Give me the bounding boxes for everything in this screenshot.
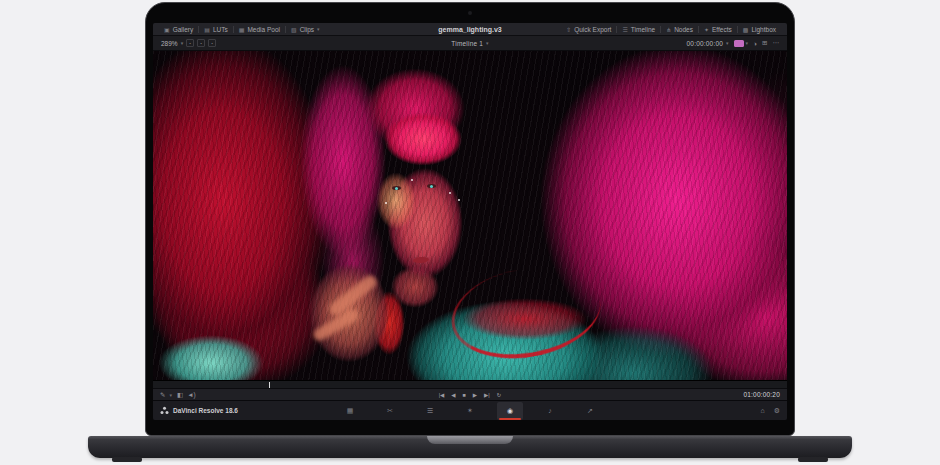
laptop-lid: ▣ Gallery ▤ LUTs ▦ Media Pool ▧ Clips ▾ bbox=[145, 2, 795, 436]
media-pool-icon: ▦ bbox=[239, 26, 245, 33]
speaker-icon[interactable]: ◄) bbox=[187, 391, 196, 398]
lightbox-button[interactable]: ▩ Lightbox bbox=[738, 26, 781, 33]
webcam-dot bbox=[468, 11, 472, 15]
timeline-view-label: Timeline bbox=[631, 26, 655, 33]
project-title: gemma_lighting.v3 bbox=[438, 26, 501, 33]
app-name-label: DaVinci Resolve 18.6 bbox=[173, 407, 238, 414]
tab-cut[interactable]: ✂ bbox=[377, 402, 403, 420]
quick-export-button[interactable]: ⇧ Quick Export bbox=[561, 26, 616, 33]
viewer-header-right: 00:00:00:00 ▾ ▾ ◑ ⊞ ⋯ bbox=[687, 36, 779, 50]
page-tabs: ▦ ✂ ☰ ✶ ◉ ♪ ↗ bbox=[337, 402, 603, 420]
cut-page-icon: ✂ bbox=[387, 407, 393, 415]
effects-button[interactable]: ✦ Effects bbox=[699, 26, 737, 33]
chevron-down-icon: ▾ bbox=[181, 40, 184, 46]
viewer-option-toggle[interactable]: ▪ bbox=[186, 39, 194, 47]
clips-icon: ▧ bbox=[291, 26, 297, 33]
expand-viewer-icon[interactable]: ⊞ bbox=[762, 39, 767, 47]
red-chain-necklace bbox=[444, 257, 607, 370]
toolbar-right-group: ⇧ Quick Export ☰ Timeline ⋔ Nodes ✦ Effe… bbox=[561, 23, 781, 35]
davinci-resolve-window: ▣ Gallery ▤ LUTs ▦ Media Pool ▧ Clips ▾ bbox=[153, 23, 787, 420]
davinci-resolve-logo bbox=[160, 406, 169, 415]
effects-icon: ✦ bbox=[704, 26, 709, 33]
viewer-option-toggle[interactable]: ▪ bbox=[197, 39, 205, 47]
laptop-foot bbox=[112, 457, 142, 462]
annotate-tool-icon[interactable]: ✎ bbox=[160, 391, 165, 399]
left-iris bbox=[395, 187, 398, 190]
toggle-icon: ▪ bbox=[189, 41, 190, 46]
record-timecode: 01:00:00:20 bbox=[743, 391, 780, 398]
quick-export-label: Quick Export bbox=[574, 26, 611, 33]
clips-label: Clips bbox=[300, 26, 314, 33]
viewer-canvas[interactable] bbox=[153, 51, 787, 380]
media-pool-label: Media Pool bbox=[247, 26, 280, 33]
compare-wipe-icon[interactable]: ◧ bbox=[177, 391, 183, 399]
quick-export-icon: ⇧ bbox=[566, 26, 571, 33]
loop-button[interactable]: ↻ bbox=[497, 392, 502, 398]
left-eye bbox=[392, 186, 401, 190]
skip-to-end-button[interactable]: ▶| bbox=[484, 392, 490, 398]
source-timecode: 00:00:00:00 bbox=[687, 40, 724, 47]
nodes-icon: ⋔ bbox=[666, 26, 671, 33]
tab-fairlight[interactable]: ♪ bbox=[537, 402, 563, 420]
viewer-header-bar: 289% ▾ ▪ ▪ ▪ Timeline 1 ▾ 00:00:00:00 ▾ … bbox=[153, 36, 787, 51]
timeline-icon: ☰ bbox=[622, 26, 627, 33]
face-gem bbox=[449, 192, 451, 194]
toolbar-left-group: ▣ Gallery ▤ LUTs ▦ Media Pool ▧ Clips ▾ bbox=[159, 23, 325, 35]
toggle-icon: ▪ bbox=[200, 41, 201, 46]
fairlight-page-icon: ♪ bbox=[548, 407, 552, 414]
laptop-base bbox=[88, 436, 852, 458]
fusion-page-icon: ✶ bbox=[467, 407, 473, 415]
right-eye bbox=[427, 184, 436, 188]
chevron-down-icon: ▾ bbox=[746, 40, 749, 46]
tab-edit[interactable]: ☰ bbox=[417, 402, 443, 420]
media-pool-button[interactable]: ▦ Media Pool bbox=[234, 26, 285, 33]
page-navigation-bar: DaVinci Resolve 18.6 ▦ ✂ ☰ ✶ ◉ ♪ ↗ ⌂ ⚙ bbox=[153, 400, 787, 420]
zoom-level-dropdown[interactable]: 289% ▾ bbox=[161, 40, 183, 47]
color-page-icon: ◉ bbox=[507, 407, 513, 415]
gallery-button[interactable]: ▣ Gallery bbox=[159, 26, 198, 33]
viewer-toolbar: ✎ ▾ ◧ ◄) |◀ ◀ ■ ▶ ▶| ↻ 01:00:00:20 bbox=[153, 388, 787, 400]
skip-to-start-button[interactable]: |◀ bbox=[439, 392, 445, 398]
gallery-label: Gallery bbox=[173, 26, 194, 33]
luts-label: LUTs bbox=[213, 26, 228, 33]
edit-page-icon: ☰ bbox=[427, 407, 433, 415]
timeline-name: Timeline 1 bbox=[451, 40, 483, 47]
nodes-label: Nodes bbox=[674, 26, 693, 33]
system-buttons: ⌂ ⚙ bbox=[760, 407, 780, 415]
stop-button[interactable]: ■ bbox=[463, 392, 466, 398]
chevron-down-icon: ▾ bbox=[317, 26, 320, 32]
timeline-selector[interactable]: Timeline 1 ▾ bbox=[451, 40, 488, 47]
more-options-icon[interactable]: ⋯ bbox=[773, 39, 780, 47]
face-gem bbox=[385, 202, 387, 204]
tab-deliver[interactable]: ↗ bbox=[577, 402, 603, 420]
viewer-option-toggle[interactable]: ▪ bbox=[208, 39, 216, 47]
clips-button[interactable]: ▧ Clips ▾ bbox=[286, 26, 325, 33]
face-gem bbox=[458, 199, 460, 201]
wipe-mode-icon[interactable] bbox=[734, 40, 744, 47]
tab-media[interactable]: ▦ bbox=[337, 402, 363, 420]
project-title-area: gemma_lighting.v3 bbox=[438, 26, 501, 33]
jog-scrub-bar[interactable] bbox=[153, 380, 787, 388]
nodes-button[interactable]: ⋔ Nodes bbox=[661, 26, 698, 33]
step-back-button[interactable]: ◀ bbox=[451, 392, 455, 398]
transport-controls: |◀ ◀ ■ ▶ ▶| ↻ bbox=[439, 392, 502, 398]
right-iris bbox=[430, 185, 433, 188]
luts-icon: ▤ bbox=[204, 26, 210, 33]
chevron-down-icon: ▾ bbox=[726, 40, 729, 46]
laptop-foot bbox=[798, 457, 828, 462]
gear-icon[interactable]: ⚙ bbox=[774, 407, 780, 415]
toggle-icon: ▪ bbox=[211, 41, 212, 46]
portrait-photo bbox=[153, 51, 787, 380]
tab-color[interactable]: ◉ bbox=[497, 402, 523, 420]
tab-fusion[interactable]: ✶ bbox=[457, 402, 483, 420]
lips bbox=[413, 256, 429, 263]
timeline-view-button[interactable]: ☰ Timeline bbox=[617, 26, 660, 33]
home-icon[interactable]: ⌂ bbox=[760, 407, 764, 415]
play-button[interactable]: ▶ bbox=[473, 392, 477, 398]
lightbox-label: Lightbox bbox=[751, 26, 776, 33]
lightbox-icon: ▩ bbox=[743, 26, 749, 33]
color-viewer-icon[interactable]: ◑ bbox=[753, 40, 757, 47]
effects-label: Effects bbox=[712, 26, 732, 33]
luts-button[interactable]: ▤ LUTs bbox=[199, 26, 232, 33]
face-gem bbox=[411, 179, 413, 181]
